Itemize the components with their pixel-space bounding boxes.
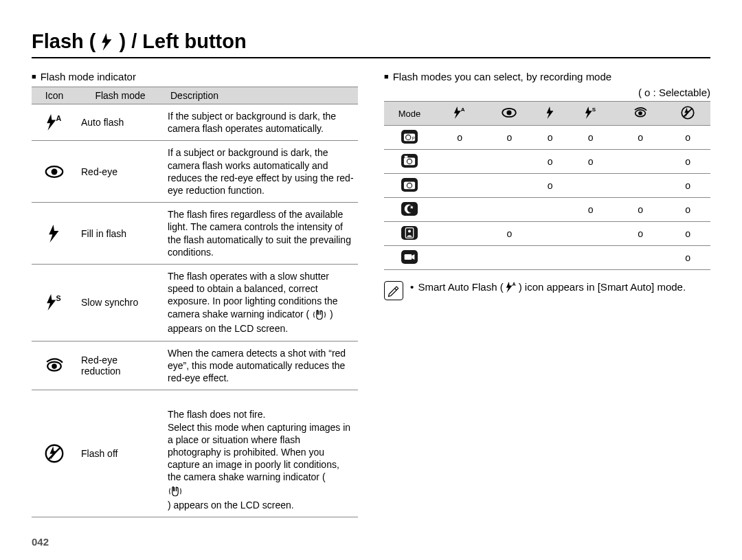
table-row: ooo bbox=[384, 150, 710, 174]
table-row: Slow synchro The flash operates with a s… bbox=[32, 264, 358, 341]
table-row: Flash off The flash does not fire. Selec… bbox=[32, 390, 358, 517]
table-header-row: Icon Flash mode Description bbox=[32, 87, 358, 104]
note-row: • Smart Auto Flash ( ) icon appears in [… bbox=[384, 281, 710, 300]
table-row: oooooo bbox=[384, 126, 710, 150]
flash-auto-icon bbox=[505, 282, 517, 293]
fill-flash-icon bbox=[535, 102, 566, 126]
mode-movie-icon bbox=[384, 246, 435, 270]
slow-synchro-icon bbox=[32, 264, 77, 341]
selectable-legend: ( o : Selectable) bbox=[384, 87, 710, 98]
page-number: 042 bbox=[32, 536, 49, 548]
fill-flash-icon bbox=[32, 203, 77, 265]
right-heading: ■ Flash modes you can select, by recordi… bbox=[384, 71, 710, 82]
col-desc: Description bbox=[164, 87, 358, 104]
shake-icon bbox=[312, 307, 327, 322]
mode-matrix-table: Mode oooooo ooo o bbox=[384, 101, 710, 270]
shake-icon bbox=[168, 484, 183, 499]
page-title: Flash ( ) / Left button bbox=[32, 30, 710, 58]
flash-off-icon bbox=[32, 390, 77, 517]
table-row: ooo bbox=[384, 222, 710, 246]
flash-auto-icon bbox=[32, 104, 77, 141]
table-row: Red-eye reduction When the camera detect… bbox=[32, 341, 358, 390]
table-row: ooo bbox=[384, 198, 710, 222]
slow-synchro-icon bbox=[566, 102, 616, 126]
mode-night-icon bbox=[384, 198, 435, 222]
right-column: ■ Flash modes you can select, by recordi… bbox=[384, 71, 710, 517]
left-heading: ■ Flash mode indicator bbox=[32, 71, 358, 82]
table-header-row: Mode bbox=[384, 102, 710, 126]
mode-scene-icon bbox=[384, 174, 435, 198]
col-mode: Flash mode bbox=[77, 87, 164, 104]
red-eye-icon bbox=[32, 141, 77, 203]
flash-auto-icon bbox=[435, 102, 484, 126]
table-row: Red-eye If a subject or background is da… bbox=[32, 141, 358, 203]
mode-program-icon bbox=[384, 126, 435, 150]
table-row: oo bbox=[384, 174, 710, 198]
red-eye-reduction-icon bbox=[616, 102, 665, 126]
note-icon bbox=[384, 281, 403, 300]
mode-camera-icon bbox=[384, 150, 435, 174]
red-eye-icon bbox=[484, 102, 534, 126]
table-row: o bbox=[384, 246, 710, 270]
col-icon: Icon bbox=[32, 87, 77, 104]
mode-col-header: Mode bbox=[384, 102, 435, 126]
flash-icon bbox=[101, 33, 113, 51]
table-row: Fill in flash The flash fires regardless… bbox=[32, 203, 358, 265]
left-column: ■ Flash mode indicator Icon Flash mode D… bbox=[32, 71, 358, 517]
flash-off-icon bbox=[665, 102, 710, 126]
mode-portrait-icon bbox=[384, 222, 435, 246]
flash-mode-table: Icon Flash mode Description Auto flash I… bbox=[32, 87, 358, 517]
table-row: Auto flash If the subject or background … bbox=[32, 104, 358, 141]
red-eye-reduction-icon bbox=[32, 341, 77, 390]
